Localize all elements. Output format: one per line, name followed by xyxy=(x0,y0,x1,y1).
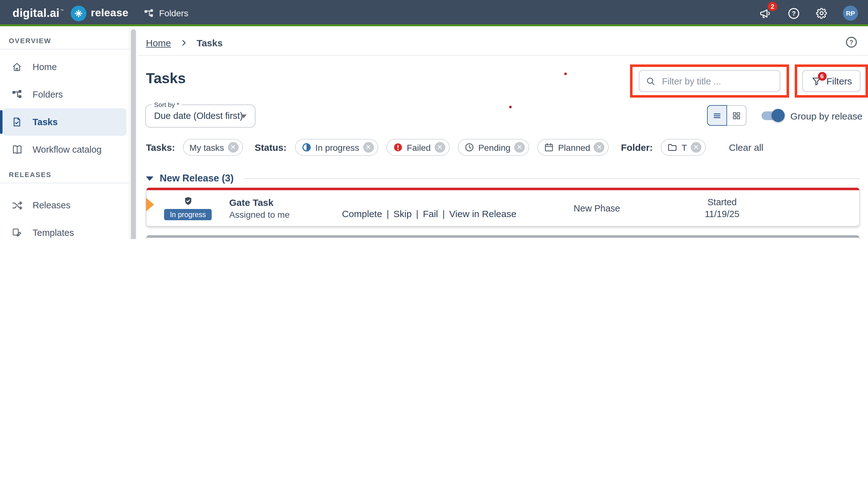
list-view-button[interactable] xyxy=(707,105,727,126)
chip-my-tasks[interactable]: My tasks ✕ xyxy=(183,139,243,156)
failed-icon xyxy=(392,142,403,153)
breadcrumb-current: Tasks xyxy=(197,37,223,48)
chip-remove-icon[interactable]: ✕ xyxy=(594,142,604,153)
grid-view-button[interactable] xyxy=(726,105,746,126)
task-accent-bar xyxy=(147,235,859,238)
skip-action-link[interactable]: Skip xyxy=(382,208,411,219)
sort-by-label: Sort by * xyxy=(152,101,182,108)
chip-folder-t[interactable]: T ✕ xyxy=(661,139,706,156)
chip-pending[interactable]: Pending ✕ xyxy=(458,139,529,156)
annotation-dot xyxy=(509,106,512,108)
annotation-dot xyxy=(564,73,567,75)
breadcrumb-home-link[interactable]: Home xyxy=(146,37,171,48)
release-icon xyxy=(71,5,86,21)
task-accent-bar xyxy=(147,188,859,190)
chip-planned[interactable]: Planned ✕ xyxy=(537,139,609,156)
sort-by-value: Due date (Oldest first) xyxy=(154,111,243,121)
navbar-folders-label: Folders xyxy=(159,8,188,18)
folder-filter-label: Folder: xyxy=(621,142,653,153)
task-row-notification-task[interactable]: Planned Notification Task Assigned to me… xyxy=(146,235,860,239)
chip-remove-icon[interactable]: ✕ xyxy=(363,142,374,153)
navbar-folders-item[interactable]: Folders xyxy=(144,0,188,26)
dropdown-arrow-icon xyxy=(241,114,247,118)
annotation-highlight-filters: 6 Filters xyxy=(795,64,868,98)
sidebar: OVERVIEW Home Folders Tasks Workflow cat… xyxy=(0,28,137,239)
status-filter-label: Status: xyxy=(255,142,286,153)
task-row-gate-task[interactable]: In progress Gate Task Assigned to me Com… xyxy=(146,188,860,227)
notification-count-badge: 2 xyxy=(768,2,777,11)
sidebar-section-overview: OVERVIEW xyxy=(9,37,51,44)
sidebar-item-tasks[interactable]: Tasks xyxy=(2,108,126,136)
home-icon xyxy=(11,61,23,73)
status-badge: In progress xyxy=(164,209,211,220)
navbar-right-icons: 2 ? RP xyxy=(758,0,858,26)
page-help-icon[interactable]: ? xyxy=(845,36,858,49)
active-item-indicator xyxy=(0,110,2,134)
filters-button[interactable]: 6 Filters xyxy=(802,70,861,92)
sidebar-item-workflow-catalog[interactable]: Workflow catalog xyxy=(0,136,129,163)
chip-failed[interactable]: Failed ✕ xyxy=(386,139,450,156)
chip-remove-icon[interactable]: ✕ xyxy=(228,142,238,153)
chip-in-progress[interactable]: In progress ✕ xyxy=(294,139,378,156)
in-progress-icon xyxy=(301,142,312,153)
planned-calendar-icon xyxy=(544,142,554,153)
toggle-knob xyxy=(772,109,785,122)
digitalai-logo[interactable]: digital.ai™ xyxy=(12,0,64,26)
folder-icon xyxy=(667,142,678,153)
group-by-release-label: Group by release xyxy=(790,110,862,121)
sidebar-divider xyxy=(0,183,129,183)
view-mode-toggle xyxy=(707,105,746,126)
annotation-highlight-search xyxy=(630,64,789,98)
task-start-date: Started 11/19/25 xyxy=(650,196,794,220)
pending-clock-icon xyxy=(464,142,474,153)
header-divider xyxy=(137,55,868,56)
sidebar-divider xyxy=(0,49,129,49)
svg-text:?: ? xyxy=(792,10,795,16)
task-actions: CompleteSkipFailView in Release xyxy=(342,208,544,219)
avatar-initials: RP xyxy=(846,9,855,17)
funnel-icon: 6 xyxy=(811,75,822,87)
sort-by-select[interactable]: Sort by * Due date (Oldest first) xyxy=(145,104,255,128)
release-logo-text: release xyxy=(91,7,128,20)
date-value: 11/19/25 xyxy=(650,208,794,220)
fail-action-link[interactable]: Fail xyxy=(412,208,438,219)
top-navbar: digital.ai™ release Folders 2 ? xyxy=(0,0,868,26)
grid-view-icon xyxy=(732,110,742,121)
clear-all-filters-link[interactable]: Clear all xyxy=(729,142,764,153)
chip-remove-icon[interactable]: ✕ xyxy=(691,142,702,153)
tasks-icon xyxy=(11,116,23,128)
folders-tree-icon xyxy=(144,8,154,19)
breadcrumb-chevron-icon xyxy=(180,38,188,46)
title-filter-searchbox[interactable] xyxy=(639,70,780,92)
templates-icon xyxy=(11,227,23,239)
view-in-release-link[interactable]: View in Release xyxy=(438,208,516,219)
breadcrumb: Home Tasks xyxy=(146,33,223,52)
task-title[interactable]: Gate Task xyxy=(229,197,342,207)
chip-remove-icon[interactable]: ✕ xyxy=(514,142,525,153)
search-icon xyxy=(646,76,656,86)
sidebar-scrollbar-thumb[interactable] xyxy=(131,29,136,239)
title-filter-input[interactable] xyxy=(661,75,773,87)
complete-action-link[interactable]: Complete xyxy=(342,208,382,219)
sidebar-item-folders[interactable]: Folders xyxy=(0,81,129,108)
collapse-caret-icon xyxy=(146,176,153,180)
catalog-book-icon xyxy=(11,143,23,156)
shuffle-icon xyxy=(11,199,23,211)
settings-gear-button[interactable] xyxy=(815,6,829,20)
page-title: Tasks xyxy=(146,70,186,87)
user-avatar[interactable]: RP xyxy=(843,6,858,21)
sidebar-item-releases[interactable]: Releases xyxy=(0,192,129,219)
sidebar-scrollbar-track[interactable] xyxy=(129,28,137,239)
group-by-release-toggle[interactable] xyxy=(762,111,783,120)
list-view-icon xyxy=(712,110,722,121)
chip-remove-icon[interactable]: ✕ xyxy=(434,142,445,153)
digitalai-logo-text: digital.ai xyxy=(12,7,60,20)
announcements-button[interactable]: 2 xyxy=(758,6,772,20)
sidebar-item-home[interactable]: Home xyxy=(0,53,129,81)
group-by-release-control: Group by release xyxy=(762,108,862,124)
release-logo[interactable]: release xyxy=(71,0,128,26)
help-button[interactable]: ? xyxy=(786,6,800,20)
sidebar-item-templates[interactable]: Templates xyxy=(0,219,129,239)
release-group-header[interactable]: New Release (3) xyxy=(146,171,860,185)
group-header-rule xyxy=(244,178,860,179)
